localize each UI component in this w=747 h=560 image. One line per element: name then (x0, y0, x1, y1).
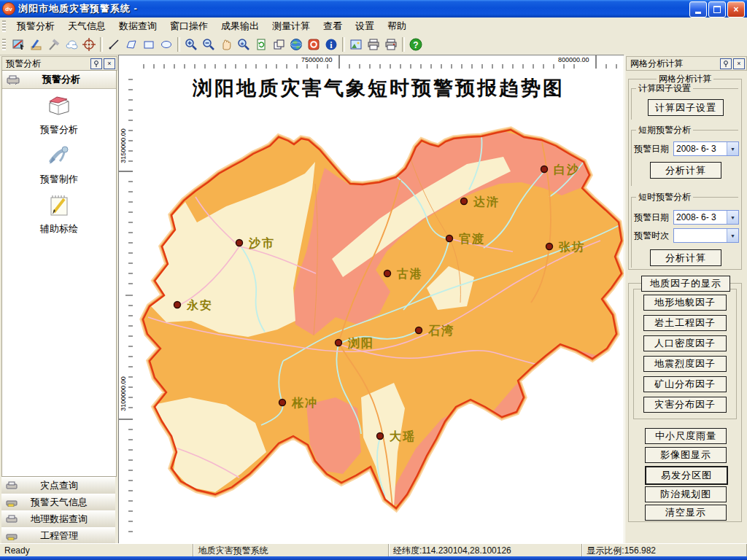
left-panel-header: 预警分析 (2, 71, 116, 89)
info-button[interactable]: i (322, 36, 340, 53)
pick-tool-button[interactable] (45, 36, 63, 53)
close-button[interactable]: × (727, 1, 745, 18)
geo-factor-display-button[interactable]: 地质因子的显示 (641, 276, 730, 292)
close-icon[interactable]: × (104, 58, 115, 69)
status-system-name: 地质灾害预警系统 (193, 544, 388, 557)
book-icon (45, 93, 73, 119)
date-label: 预警日期 (634, 143, 669, 155)
window-titlebar: dv 浏阳市地质灾害预警系统 - × (0, 0, 747, 18)
seismic-factor-button[interactable]: 地震烈度因子 (643, 356, 727, 372)
menu-settings[interactable]: 设置 (349, 18, 381, 34)
polygon-tool-button[interactable] (123, 36, 140, 53)
city-label: 古港 (396, 267, 423, 281)
mine-factor-button[interactable]: 矿山分布因子 (643, 376, 727, 392)
short-term-date-combobox[interactable]: 2008- 6- 3 ▼ (673, 141, 739, 156)
clear-display-button[interactable]: 清空显示 (645, 505, 727, 521)
rainfall-button[interactable]: 中小尺度雨量 (645, 428, 727, 444)
menu-weather-info[interactable]: 天气信息 (61, 18, 112, 34)
menu-data-query[interactable]: 数据查询 (112, 18, 163, 34)
zoom-extent-button[interactable]: ± (235, 36, 252, 53)
minimize-button[interactable] (689, 1, 707, 18)
rectangle-tool-button[interactable] (140, 36, 158, 53)
sidebar-group-weather-info[interactable]: 预警天气信息 (1, 494, 115, 511)
pin-icon[interactable] (720, 58, 732, 69)
menu-help[interactable]: 帮助 (381, 18, 413, 34)
factor-setup-group-label: 计算因子设置 (636, 82, 693, 95)
right-panel-title: 网格分析计算 (630, 58, 719, 70)
city-label: 石湾 (427, 324, 454, 338)
pin-icon[interactable] (90, 58, 102, 69)
ellipse-tool-button[interactable] (158, 36, 175, 53)
short-time-analyze-button[interactable]: 分析计算 (650, 249, 721, 266)
short-time-group-title: 短时预警分析 (636, 191, 693, 203)
map-canvas[interactable]: 白沙 达浒 官渡 张坊 沙市 古港 永安 石湾 浏阳 枨冲 大瑶 (133, 69, 624, 543)
susceptibility-map-button[interactable]: 易发分区图 (645, 466, 728, 485)
tool-arrow-icon (45, 142, 73, 168)
toolbar-grip[interactable] (2, 39, 6, 50)
sidebar-item-label: 预警制作 (40, 174, 78, 184)
help-button[interactable]: ? (407, 36, 425, 53)
menu-warning-analysis[interactable]: 预警分析 (10, 18, 61, 34)
image-display-button[interactable]: 影像图显示 (645, 447, 727, 463)
status-scale: 显示比例:156.982 (582, 544, 747, 557)
restore-button[interactable] (708, 1, 726, 18)
menu-bar: 预警分析 天气信息 数据查询 窗口操作 成果输出 测量计算 查看 设置 帮助 (0, 18, 747, 35)
stop-button[interactable] (305, 36, 322, 53)
sidebar-group-geo-data-query[interactable]: 地理数据查询 (1, 510, 115, 528)
sidebar-item-warning-make[interactable]: 预警制作 (2, 142, 116, 186)
zoom-in-button[interactable] (182, 36, 200, 53)
disaster-factor-button[interactable]: 灾害分布因子 (643, 397, 727, 413)
plotter-icon (7, 74, 20, 85)
chevron-down-icon[interactable]: ▼ (727, 142, 738, 155)
map-select-button[interactable] (10, 36, 28, 53)
city-label: 大瑶 (390, 429, 416, 443)
short-term-analyze-button[interactable]: 分析计算 (650, 162, 721, 179)
session-label: 预警时次 (634, 230, 669, 242)
cloud-button[interactable] (63, 36, 80, 53)
short-time-date-combobox[interactable]: 2008- 6- 3 ▼ (673, 210, 739, 225)
refresh-page-button[interactable] (252, 36, 270, 53)
sidebar-group-project-mgmt[interactable]: 工程管理 (1, 527, 115, 545)
copy-layers-button[interactable] (270, 36, 287, 53)
menu-view[interactable]: 查看 (317, 18, 349, 34)
terrain-factor-button[interactable]: 地形地貌因子 (643, 295, 727, 311)
sidebar-item-warning-analysis[interactable]: 预警分析 (2, 93, 116, 136)
horizontal-ruler: 750000.00 800000.00 (133, 55, 624, 71)
chevron-down-icon[interactable]: ▼ (727, 229, 738, 242)
status-bar: Ready 地质灾害预警系统 经纬度:114.230104,28.100126 … (0, 543, 747, 557)
print-button[interactable] (365, 36, 382, 53)
zoom-out-button[interactable] (200, 36, 217, 53)
sidebar-group-label: 工程管理 (23, 529, 95, 542)
image-view-button[interactable] (347, 36, 365, 53)
population-factor-button[interactable]: 人口密度因子 (643, 335, 727, 351)
prevention-plan-button[interactable]: 防治规划图 (645, 486, 727, 502)
line-tool-button[interactable] (105, 36, 123, 53)
chevron-down-icon[interactable]: ▼ (727, 211, 738, 224)
plotter-icon (6, 515, 18, 524)
menu-measure-calc[interactable]: 测量计算 (266, 18, 317, 34)
pan-hand-button[interactable] (217, 36, 235, 53)
menu-grip[interactable] (2, 20, 6, 32)
short-term-group-title: 短期预警分析 (636, 124, 693, 136)
style-brush-button[interactable] (28, 36, 45, 53)
geotech-factor-button[interactable]: 岩土工程因子 (643, 315, 727, 331)
city-label: 白沙 (554, 163, 580, 176)
sidebar-group-disaster-query[interactable]: 灾点查询 (1, 477, 115, 494)
city-label: 枨冲 (291, 396, 318, 410)
center-target-button[interactable] (80, 36, 98, 53)
menu-result-output[interactable]: 成果输出 (214, 18, 266, 34)
print-output-button[interactable] (382, 36, 400, 53)
short-time-session-combobox[interactable]: ▼ (673, 228, 739, 243)
vruler-label: 3100000.00 (120, 371, 127, 416)
app-icon: dv (2, 2, 15, 15)
sidebar-group-label: 灾点查询 (23, 479, 95, 492)
globe-button[interactable] (287, 36, 305, 53)
sidebar-item-aux-draw[interactable]: 辅助标绘 (2, 192, 116, 236)
ruler-corner (118, 55, 135, 71)
notepad-pencil-icon (45, 192, 73, 218)
factor-setup-button[interactable]: 计算因子设置 (648, 99, 724, 116)
sidebar-group-label: 预警天气信息 (23, 496, 95, 509)
menu-window-ops[interactable]: 窗口操作 (163, 18, 214, 34)
left-panel-header-label: 预警分析 (26, 73, 97, 86)
close-icon[interactable]: × (733, 58, 745, 69)
